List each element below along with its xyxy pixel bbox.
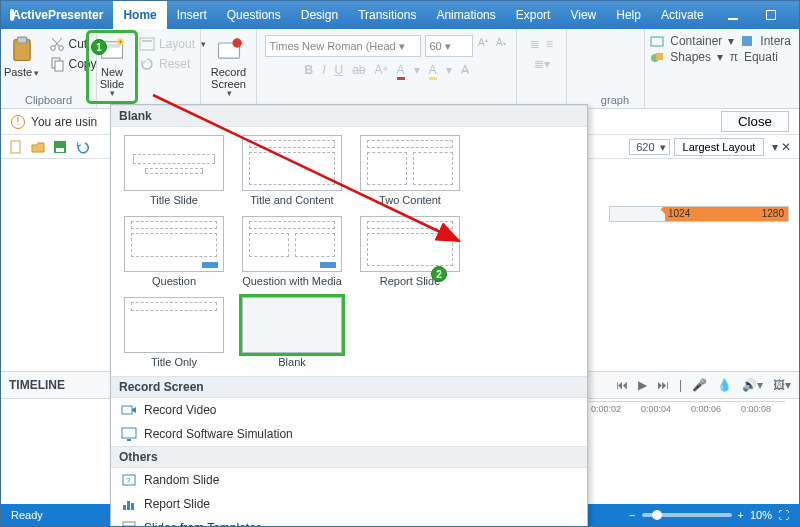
underline-button[interactable]: U (334, 63, 343, 80)
app-name: ActivePresenter (12, 1, 113, 29)
layout-icon (139, 36, 155, 52)
tab-home[interactable]: Home (113, 1, 166, 29)
shrink-font-icon[interactable]: A▾ (495, 35, 509, 49)
highlight-button[interactable]: A (429, 63, 437, 80)
clear-format-button[interactable]: A̶ (461, 63, 469, 80)
menu-random-slide[interactable]: ?Random Slide (111, 468, 587, 492)
open-icon[interactable] (31, 140, 45, 154)
layout-blank[interactable]: Blank (235, 297, 349, 374)
bold-button[interactable]: B (304, 63, 313, 80)
svg-rect-29 (56, 148, 64, 152)
bullets-icon[interactable]: ≣▾ (534, 57, 550, 71)
status-ready: Ready (11, 509, 43, 521)
close-window-button[interactable] (790, 1, 800, 29)
tl-drop-icon[interactable]: 💧 (717, 378, 732, 392)
interact-icon (740, 34, 754, 48)
tl-vol-icon[interactable]: 🔊▾ (742, 378, 763, 392)
ruler-mark-1024: 1024 (668, 208, 690, 219)
ruler-mark-1280: 1280 (762, 208, 784, 219)
minimize-button[interactable] (714, 1, 752, 29)
svg-rect-32 (127, 439, 131, 441)
layout-title-only[interactable]: Title Only (117, 297, 231, 374)
svg-rect-36 (127, 501, 130, 510)
menu-from-templates[interactable]: Slides from Templates... (111, 516, 587, 527)
tab-view[interactable]: View (560, 1, 606, 29)
tl-prev-icon[interactable]: ⏮ (616, 378, 628, 392)
layout-button[interactable]: Layout▾ (137, 35, 208, 53)
svg-rect-23 (651, 37, 663, 46)
svg-rect-27 (11, 141, 20, 153)
tab-export[interactable]: Export (506, 1, 561, 29)
reset-button[interactable]: Reset (137, 55, 208, 73)
zoom-control[interactable]: − + 10% ⛶ (629, 509, 789, 521)
menu-record-video[interactable]: Record Video (111, 398, 587, 422)
menu-report-slide[interactable]: Report Slide (111, 492, 587, 516)
chart-icon (121, 496, 137, 512)
tl-img-icon[interactable]: 🖼▾ (773, 378, 791, 392)
grow-font-icon[interactable]: A▴ (477, 35, 491, 49)
menu-record-sim[interactable]: Record Software Simulation (111, 422, 587, 446)
template-icon (121, 520, 137, 527)
tab-activate[interactable]: Activate Product (651, 1, 714, 29)
monitor-icon (121, 426, 137, 442)
align-left-icon[interactable]: ≣ (530, 37, 540, 51)
ribbon: Paste▾ Cut Copy Clipboard ✦ New Slide▾ L… (1, 29, 799, 109)
fit-screen-icon[interactable]: ⛶ (778, 509, 789, 521)
italic-button[interactable]: I (322, 63, 325, 80)
tab-insert[interactable]: Insert (167, 1, 217, 29)
font-size-select[interactable]: 60 ▾ (425, 35, 473, 57)
infobar-close-button[interactable]: Close (721, 111, 789, 132)
svg-text:▴: ▴ (485, 37, 488, 43)
maximize-button[interactable] (752, 1, 790, 29)
save-icon[interactable] (53, 140, 67, 154)
tl-next-icon[interactable]: ⏭ (657, 378, 669, 392)
section-blank: Blank (111, 105, 587, 127)
tab-animations[interactable]: Animations (426, 1, 505, 29)
zoom-value: 10% (750, 509, 772, 521)
tab-questions[interactable]: Questions (217, 1, 291, 29)
tab-design[interactable]: Design (291, 1, 348, 29)
shapes-icon (650, 50, 664, 64)
paste-button[interactable]: Paste▾ (0, 33, 45, 82)
fontcolor-button[interactable]: A (397, 63, 405, 80)
paste-icon (8, 36, 36, 64)
svg-text:A: A (478, 37, 485, 48)
layout-title-slide[interactable]: Title Slide (117, 135, 231, 212)
tab-help[interactable]: Help (606, 1, 651, 29)
svg-rect-30 (122, 406, 132, 414)
svg-rect-26 (656, 53, 663, 60)
svg-text:A: A (496, 37, 503, 48)
svg-rect-10 (55, 61, 63, 71)
time-ruler[interactable]: 0:00:02 0:00:04 0:00:06 0:00:08 (589, 401, 785, 421)
layout-question[interactable]: Question (117, 216, 231, 293)
container-button[interactable]: Container▾ Intera (650, 34, 791, 48)
titlebar: ActivePresenter Home Insert Questions De… (1, 1, 799, 29)
undo-icon[interactable] (75, 140, 89, 154)
svg-rect-24 (742, 36, 752, 46)
layout-thumbnails: Title Slide Title and Content Two Conten… (111, 127, 587, 376)
ruler[interactable]: 1024 1280 (609, 206, 789, 222)
layout-question-media[interactable]: Question with Media (235, 216, 349, 293)
tab-transitions[interactable]: Transitions (348, 1, 426, 29)
timeline-toolbar: ⏮ ▶ ⏭ | 🎤 💧 🔊▾ 🖼▾ (616, 371, 791, 399)
info-text: You are usin (31, 115, 97, 129)
new-doc-icon[interactable] (9, 140, 23, 154)
zoom-out-icon[interactable]: − (629, 509, 635, 521)
record-screen-button[interactable]: Record Screen▾ (206, 33, 252, 101)
tl-play-icon[interactable]: ▶ (638, 378, 647, 392)
super-button[interactable]: Aᵃ (375, 63, 388, 80)
layout-two-content[interactable]: Two Content (353, 135, 467, 212)
zoom-width-select[interactable]: 620 (629, 139, 669, 155)
menu-tabs: Home Insert Questions Design Transitions… (113, 1, 713, 29)
section-others: Others (111, 446, 587, 468)
layout-report-slide[interactable]: Report Slide (353, 216, 467, 293)
svg-rect-4 (17, 37, 26, 43)
zoom-in-icon[interactable]: + (738, 509, 744, 521)
font-family-select[interactable]: Times New Roman (Head ▾ (265, 35, 421, 57)
align-center-icon[interactable]: ≡ (546, 37, 553, 51)
strike-button[interactable]: ab (352, 63, 365, 80)
largest-layout-button[interactable]: Largest Layout (674, 138, 765, 156)
layout-title-content[interactable]: Title and Content (235, 135, 349, 212)
shapes-button[interactable]: Shapes▾ π Equati (650, 50, 791, 64)
tl-mic-icon[interactable]: 🎤 (692, 378, 707, 392)
